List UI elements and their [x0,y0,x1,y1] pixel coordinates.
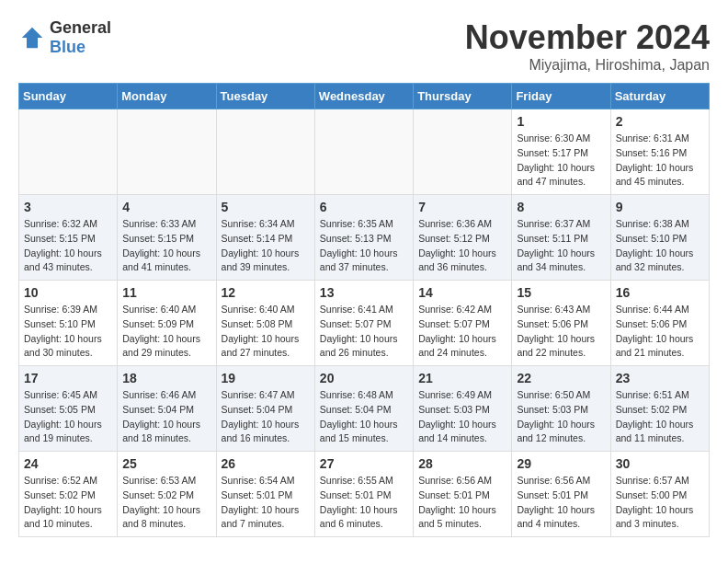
calendar-header-row: SundayMondayTuesdayWednesdayThursdayFrid… [19,84,710,109]
calendar-cell: 24Sunrise: 6:52 AM Sunset: 5:02 PM Dayli… [19,452,118,537]
calendar-cell [118,109,216,195]
day-info: Sunrise: 6:51 AM Sunset: 5:02 PM Dayligh… [616,388,704,446]
header-tuesday: Tuesday [216,84,314,109]
calendar-cell [19,109,118,195]
day-number: 30 [616,456,704,471]
day-number: 9 [616,200,704,214]
day-number: 27 [320,456,408,471]
calendar-week-row: 3Sunrise: 6:32 AM Sunset: 5:15 PM Daylig… [19,195,710,281]
calendar-cell: 30Sunrise: 6:57 AM Sunset: 5:00 PM Dayli… [610,452,709,537]
calendar-week-row: 10Sunrise: 6:39 AM Sunset: 5:10 PM Dayli… [19,281,710,366]
calendar-cell: 3Sunrise: 6:32 AM Sunset: 5:15 PM Daylig… [19,195,118,281]
day-info: Sunrise: 6:41 AM Sunset: 5:07 PM Dayligh… [320,303,408,361]
logo-icon [18,24,46,52]
calendar-week-row: 17Sunrise: 6:45 AM Sunset: 5:05 PM Dayli… [19,366,710,452]
logo-blue: Blue [50,38,85,56]
location-title: Miyajima, Hiroshima, Japan [465,57,710,74]
day-number: 13 [320,285,408,300]
day-info: Sunrise: 6:36 AM Sunset: 5:12 PM Dayligh… [418,217,506,275]
day-info: Sunrise: 6:56 AM Sunset: 5:01 PM Dayligh… [418,474,506,532]
header-monday: Monday [118,84,216,109]
day-number: 11 [122,285,210,300]
day-number: 25 [122,456,210,471]
day-info: Sunrise: 6:35 AM Sunset: 5:13 PM Dayligh… [320,217,408,275]
day-info: Sunrise: 6:37 AM Sunset: 5:11 PM Dayligh… [517,217,605,275]
day-info: Sunrise: 6:33 AM Sunset: 5:15 PM Dayligh… [122,217,210,275]
calendar-cell: 14Sunrise: 6:42 AM Sunset: 5:07 PM Dayli… [414,281,512,366]
day-number: 19 [222,371,310,385]
day-info: Sunrise: 6:44 AM Sunset: 5:06 PM Dayligh… [616,303,704,361]
day-number: 22 [517,371,605,385]
calendar-cell: 18Sunrise: 6:46 AM Sunset: 5:04 PM Dayli… [118,366,216,452]
day-number: 23 [616,371,704,385]
day-info: Sunrise: 6:42 AM Sunset: 5:07 PM Dayligh… [418,303,506,361]
day-number: 2 [616,114,704,129]
day-number: 6 [320,200,408,214]
day-info: Sunrise: 6:48 AM Sunset: 5:04 PM Dayligh… [320,388,408,446]
header-thursday: Thursday [414,84,512,109]
day-number: 12 [222,285,310,300]
day-number: 21 [418,371,506,385]
day-info: Sunrise: 6:45 AM Sunset: 5:05 PM Dayligh… [24,388,112,446]
calendar-cell: 20Sunrise: 6:48 AM Sunset: 5:04 PM Dayli… [314,366,413,452]
day-number: 16 [616,285,704,300]
day-info: Sunrise: 6:57 AM Sunset: 5:00 PM Dayligh… [616,474,704,532]
day-number: 7 [418,200,506,214]
day-info: Sunrise: 6:39 AM Sunset: 5:10 PM Dayligh… [24,303,112,361]
day-info: Sunrise: 6:34 AM Sunset: 5:14 PM Dayligh… [222,217,310,275]
calendar-cell: 1Sunrise: 6:30 AM Sunset: 5:17 PM Daylig… [512,109,610,195]
calendar-cell: 16Sunrise: 6:44 AM Sunset: 5:06 PM Dayli… [610,281,709,366]
calendar-cell: 13Sunrise: 6:41 AM Sunset: 5:07 PM Dayli… [314,281,413,366]
calendar-cell: 4Sunrise: 6:33 AM Sunset: 5:15 PM Daylig… [118,195,216,281]
calendar-cell: 7Sunrise: 6:36 AM Sunset: 5:12 PM Daylig… [414,195,512,281]
calendar-cell [216,109,314,195]
day-info: Sunrise: 6:40 AM Sunset: 5:09 PM Dayligh… [122,303,210,361]
calendar-week-row: 24Sunrise: 6:52 AM Sunset: 5:02 PM Dayli… [19,452,710,537]
day-number: 24 [24,456,112,471]
day-number: 29 [517,456,605,471]
day-info: Sunrise: 6:55 AM Sunset: 5:01 PM Dayligh… [320,474,408,532]
calendar-cell: 28Sunrise: 6:56 AM Sunset: 5:01 PM Dayli… [414,452,512,537]
day-number: 3 [24,200,112,214]
day-number: 17 [24,371,112,385]
day-number: 28 [418,456,506,471]
day-info: Sunrise: 6:30 AM Sunset: 5:17 PM Dayligh… [517,132,605,190]
header-wednesday: Wednesday [314,84,413,109]
calendar-cell: 23Sunrise: 6:51 AM Sunset: 5:02 PM Dayli… [610,366,709,452]
calendar-cell: 27Sunrise: 6:55 AM Sunset: 5:01 PM Dayli… [314,452,413,537]
header-friday: Friday [512,84,610,109]
day-info: Sunrise: 6:47 AM Sunset: 5:04 PM Dayligh… [222,388,310,446]
day-number: 18 [122,371,210,385]
calendar-cell: 15Sunrise: 6:43 AM Sunset: 5:06 PM Dayli… [512,281,610,366]
calendar-cell: 22Sunrise: 6:50 AM Sunset: 5:03 PM Dayli… [512,366,610,452]
calendar-cell: 29Sunrise: 6:56 AM Sunset: 5:01 PM Dayli… [512,452,610,537]
day-info: Sunrise: 6:31 AM Sunset: 5:16 PM Dayligh… [616,132,704,190]
day-number: 20 [320,371,408,385]
day-number: 10 [24,285,112,300]
day-info: Sunrise: 6:50 AM Sunset: 5:03 PM Dayligh… [517,388,605,446]
calendar-cell: 2Sunrise: 6:31 AM Sunset: 5:16 PM Daylig… [610,109,709,195]
calendar-cell: 21Sunrise: 6:49 AM Sunset: 5:03 PM Dayli… [414,366,512,452]
calendar-cell [414,109,512,195]
day-number: 15 [517,285,605,300]
day-info: Sunrise: 6:43 AM Sunset: 5:06 PM Dayligh… [517,303,605,361]
logo: General Blue [18,18,111,57]
day-number: 5 [222,200,310,214]
day-info: Sunrise: 6:54 AM Sunset: 5:01 PM Dayligh… [222,474,310,532]
day-number: 14 [418,285,506,300]
day-info: Sunrise: 6:53 AM Sunset: 5:02 PM Dayligh… [122,474,210,532]
calendar-cell: 6Sunrise: 6:35 AM Sunset: 5:13 PM Daylig… [314,195,413,281]
calendar-cell: 19Sunrise: 6:47 AM Sunset: 5:04 PM Dayli… [216,366,314,452]
day-info: Sunrise: 6:56 AM Sunset: 5:01 PM Dayligh… [517,474,605,532]
calendar-cell: 26Sunrise: 6:54 AM Sunset: 5:01 PM Dayli… [216,452,314,537]
day-info: Sunrise: 6:46 AM Sunset: 5:04 PM Dayligh… [122,388,210,446]
header: General Blue November 2024 Miyajima, Hir… [18,18,710,74]
calendar-cell: 10Sunrise: 6:39 AM Sunset: 5:10 PM Dayli… [19,281,118,366]
day-info: Sunrise: 6:40 AM Sunset: 5:08 PM Dayligh… [222,303,310,361]
day-info: Sunrise: 6:52 AM Sunset: 5:02 PM Dayligh… [24,474,112,532]
day-info: Sunrise: 6:38 AM Sunset: 5:10 PM Dayligh… [616,217,704,275]
day-number: 8 [517,200,605,214]
day-info: Sunrise: 6:32 AM Sunset: 5:15 PM Dayligh… [24,217,112,275]
calendar-cell [314,109,413,195]
logo-general: General [50,18,111,37]
